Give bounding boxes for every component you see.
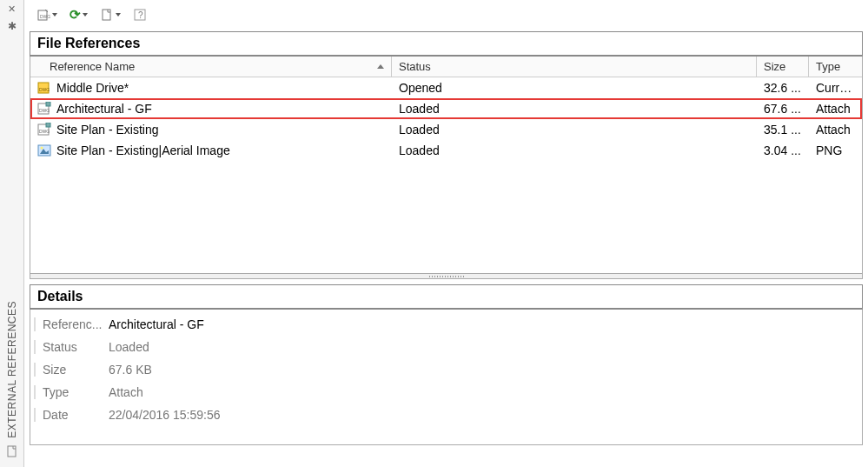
cell-type: Attach: [809, 102, 861, 116]
table-row[interactable]: DWGMiddle Drive*Opened32.6 ...Current: [30, 77, 862, 98]
cell-size: 32.6 ...: [757, 81, 809, 95]
detail-value[interactable]: 67.6 KB: [103, 363, 862, 377]
cell-name: DWGArchitectural - GF: [30, 102, 392, 116]
detail-label: Type: [34, 385, 103, 399]
svg-rect-10: [46, 102, 50, 106]
cell-name: Site Plan - Existing|Aerial Image: [30, 143, 392, 157]
cell-size: 67.6 ...: [757, 102, 809, 116]
chevron-down-icon: [116, 13, 121, 17]
detail-label: Status: [34, 340, 103, 354]
details-panel: Referenc... Architectural - GF Status Lo…: [30, 310, 863, 445]
table-header: Reference Name Status Size Type: [30, 57, 862, 77]
close-icon[interactable]: ✕: [8, 3, 16, 15]
svg-text:DWG: DWG: [39, 129, 50, 134]
chevron-down-icon: [52, 13, 57, 17]
file-name: Site Plan - Existing|Aerial Image: [56, 143, 230, 157]
splitter-handle[interactable]: [30, 274, 863, 279]
cell-status: Opened: [392, 81, 757, 95]
attach-file-button[interactable]: [96, 6, 124, 23]
cell-status: Loaded: [392, 123, 757, 137]
table-row[interactable]: DWGArchitectural - GFLoaded67.6 ...Attac…: [30, 98, 862, 119]
details-header: Details: [30, 284, 863, 310]
cell-name: DWGMiddle Drive*: [30, 81, 392, 95]
detail-value[interactable]: Loaded: [103, 340, 862, 354]
pin-icon[interactable]: ✱: [8, 20, 17, 32]
side-rail: ✕ ✱ EXTERNAL REFERENCES: [0, 0, 24, 467]
svg-point-16: [41, 147, 43, 150]
dwg-yellow-icon: DWG: [37, 81, 51, 95]
column-header-type[interactable]: Type: [809, 57, 861, 77]
detail-value[interactable]: Architectural - GF: [103, 317, 862, 331]
svg-rect-0: [8, 446, 16, 457]
toolbar: DWG ⟳ ?: [30, 3, 863, 26]
detail-row-type: Type Attach: [30, 381, 862, 404]
file-references-table: Reference Name Status Size Type DWGMiddl…: [30, 57, 863, 274]
grip-dots-icon: [429, 276, 464, 277]
detail-label: Date: [34, 408, 103, 422]
table-row[interactable]: Site Plan - Existing|Aerial ImageLoaded3…: [30, 140, 862, 161]
file-name: Middle Drive*: [56, 81, 129, 95]
cell-status: Loaded: [392, 143, 757, 157]
detail-row-status: Status Loaded: [30, 336, 862, 358]
cell-status: Loaded: [392, 102, 757, 116]
cell-type: Attach: [809, 123, 861, 137]
sort-asc-icon: [377, 64, 384, 69]
cell-size: 3.04 ...: [757, 143, 809, 157]
svg-text:?: ?: [138, 10, 143, 20]
svg-text:DWG: DWG: [39, 108, 50, 113]
svg-text:DWG: DWG: [39, 87, 50, 92]
svg-rect-3: [103, 10, 110, 20]
file-references-header: File References: [30, 31, 863, 57]
attach-dwg-button[interactable]: DWG: [33, 6, 61, 23]
refresh-button[interactable]: ⟳: [66, 5, 91, 24]
column-header-name[interactable]: Reference Name: [30, 57, 392, 77]
image-icon: [37, 143, 51, 157]
panel-doc-icon[interactable]: [6, 445, 18, 460]
detail-value[interactable]: Attach: [103, 385, 862, 399]
cell-name: DWGSite Plan - Existing: [30, 123, 392, 137]
file-name: Site Plan - Existing: [56, 123, 159, 137]
detail-row-reference: Referenc... Architectural - GF: [30, 313, 862, 336]
panel-title: EXTERNAL REFERENCES: [6, 301, 18, 438]
detail-value[interactable]: 22/04/2016 15:59:56: [103, 408, 862, 422]
dwg-icon: DWG: [37, 123, 51, 137]
svg-rect-13: [46, 123, 50, 127]
file-name: Architectural - GF: [56, 102, 152, 116]
cell-type: PNG: [809, 143, 861, 157]
chevron-down-icon: [83, 13, 88, 17]
details-body: Referenc... Architectural - GF Status Lo…: [30, 310, 862, 444]
svg-text:DWG: DWG: [40, 14, 50, 19]
cell-size: 35.1 ...: [757, 123, 809, 137]
column-header-name-label: Reference Name: [50, 60, 135, 73]
column-header-size[interactable]: Size: [757, 57, 809, 77]
help-button[interactable]: ?: [129, 6, 150, 23]
table-row[interactable]: DWGSite Plan - ExistingLoaded35.1 ...Att…: [30, 119, 862, 140]
main-panel: DWG ⟳ ? File References Reference Name S…: [24, 0, 868, 467]
detail-row-date: Date 22/04/2016 15:59:56: [30, 404, 862, 426]
cell-type: Current: [809, 81, 861, 95]
detail-label: Referenc...: [34, 317, 103, 331]
dwg-icon: DWG: [37, 102, 51, 116]
table-body: DWGMiddle Drive*Opened32.6 ...CurrentDWG…: [30, 77, 862, 273]
detail-label: Size: [34, 363, 103, 377]
column-header-status[interactable]: Status: [392, 57, 757, 77]
detail-row-size: Size 67.6 KB: [30, 358, 862, 381]
